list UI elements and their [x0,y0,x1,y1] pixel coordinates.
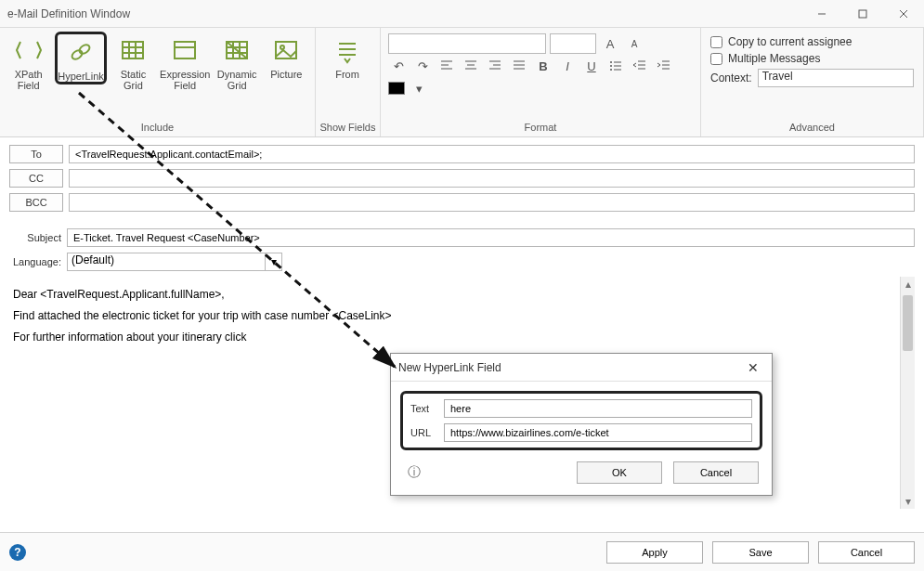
dialog-url-input[interactable] [444,423,752,442]
ribbon-include-label: Include [0,120,315,136]
cc-input[interactable] [69,169,915,188]
minimize-button[interactable] [801,0,842,28]
help-icon[interactable]: ? [9,544,26,561]
svg-point-38 [610,65,612,67]
picture-label: Picture [270,69,302,80]
svg-point-36 [610,61,612,63]
dialog-close-button[interactable]: ✕ [742,357,764,379]
picture-button[interactable]: Picture [264,32,309,80]
dialog-cancel-button[interactable]: Cancel [673,461,759,484]
maximize-button[interactable] [842,0,883,28]
apply-button[interactable]: Apply [606,541,703,564]
ribbon-group-format: A A ↶ ↷ B I U ▾ Format [381,28,701,136]
subject-input[interactable] [67,228,915,247]
align-justify-icon[interactable] [509,56,529,76]
context-label: Context: [710,71,752,84]
svg-point-20 [280,45,284,49]
svg-rect-11 [175,42,195,58]
multiple-messages-checkbox[interactable]: Multiple Messages [710,52,914,65]
svg-rect-19 [276,42,296,58]
font-family-input[interactable] [388,33,546,54]
redo-icon[interactable]: ↷ [412,56,433,76]
outdent-icon[interactable] [630,56,650,76]
dynamic-grid-button[interactable]: Dynamic Grid [214,32,259,91]
dynamic-grid-label: Dynamic Grid [214,69,259,91]
font-color-swatch[interactable] [388,82,405,95]
ribbon-showfields-label: Show Fields [316,120,380,136]
bold-icon[interactable]: B [533,56,553,76]
bcc-input[interactable] [69,193,915,212]
close-button[interactable] [883,0,924,28]
svg-point-4 [71,48,84,60]
context-select[interactable]: Travel [758,69,914,87]
ribbon-group-include: XPath Field HyperLink Static Grid Expres… [0,28,316,136]
indent-icon[interactable] [654,56,674,76]
svg-point-5 [78,43,91,55]
underline-icon[interactable]: U [581,56,602,76]
editor-scrollbar[interactable]: ▴ ▾ [900,277,915,509]
dialog-text-input[interactable] [444,399,752,418]
svg-rect-6 [123,42,143,58]
undo-icon[interactable]: ↶ [388,56,409,76]
to-input[interactable] [69,145,915,163]
italic-icon[interactable]: I [557,56,578,76]
copy-current-assignee-checkbox[interactable]: Copy to current assignee [710,35,914,48]
xpath-field-label: XPath Field [6,69,51,91]
dialog-ok-button[interactable]: OK [577,461,662,484]
scroll-thumb[interactable] [903,295,913,351]
body-line-3: For further information about your itine… [13,329,896,346]
dialog-url-label: URL [410,427,444,438]
expression-field-label: Expression Field [160,69,210,91]
bcc-button[interactable]: BCC [9,193,63,212]
to-button[interactable]: To [9,145,63,163]
copy-current-label: Copy to current assignee [728,35,852,48]
context-value: Travel [762,70,793,83]
scroll-up-icon[interactable]: ▴ [901,277,915,292]
footer: ? Apply Save Cancel [0,532,924,571]
expression-field-button[interactable]: Expression Field [160,32,210,91]
scroll-down-icon[interactable]: ▾ [901,494,915,509]
svg-line-18 [227,42,247,58]
language-select[interactable]: (Default) ▾ [67,253,282,271]
align-left-icon[interactable] [436,56,457,76]
ribbon: XPath Field HyperLink Static Grid Expres… [0,28,924,137]
window-title: e-Mail Definition Window [7,7,130,20]
static-grid-label: Static Grid [111,69,156,91]
multiple-messages-label: Multiple Messages [728,52,820,65]
body-line-1: Dear <TravelRequest.Applicant.fullName>, [13,286,896,304]
static-grid-button[interactable]: Static Grid [111,32,156,91]
hyperlink-label: HyperLink [58,71,104,82]
align-center-icon[interactable] [461,56,481,76]
cc-button[interactable]: CC [9,169,63,188]
ribbon-group-advanced: Copy to current assignee Multiple Messag… [701,28,924,136]
chevron-down-icon: ▾ [265,253,281,270]
bullet-list-icon[interactable] [605,56,626,76]
font-color-dropdown-icon[interactable]: ▾ [409,78,429,98]
save-button[interactable]: Save [712,541,809,564]
dialog-text-label: Text [410,403,444,414]
align-right-icon[interactable] [485,56,505,76]
font-grow-icon[interactable]: A [600,33,620,54]
from-button[interactable]: From [321,32,373,80]
dialog-title: New HyperLink Field [398,361,501,374]
dialog-help-icon[interactable]: ⓘ [404,464,566,481]
language-value: (Default) [72,253,114,266]
ribbon-advanced-label: Advanced [701,120,923,136]
svg-point-40 [610,69,612,71]
font-size-input[interactable] [550,33,596,54]
svg-rect-1 [859,10,866,18]
xpath-field-button[interactable]: XPath Field [6,32,51,91]
subject-label: Subject [9,232,67,243]
cancel-button[interactable]: Cancel [818,541,915,564]
body-line-2: Find attached the electronic ticket for … [13,307,896,325]
from-label: From [335,69,359,80]
hyperlink-button[interactable]: HyperLink [55,32,107,84]
language-label: Language: [9,256,67,267]
titlebar: e-Mail Definition Window [0,0,924,28]
ribbon-group-showfields: From Show Fields [316,28,381,136]
hyperlink-dialog: New HyperLink Field ✕ Text URL ⓘ OK Canc… [390,353,773,496]
font-shrink-icon[interactable]: A [624,33,644,54]
ribbon-format-label: Format [381,120,700,136]
